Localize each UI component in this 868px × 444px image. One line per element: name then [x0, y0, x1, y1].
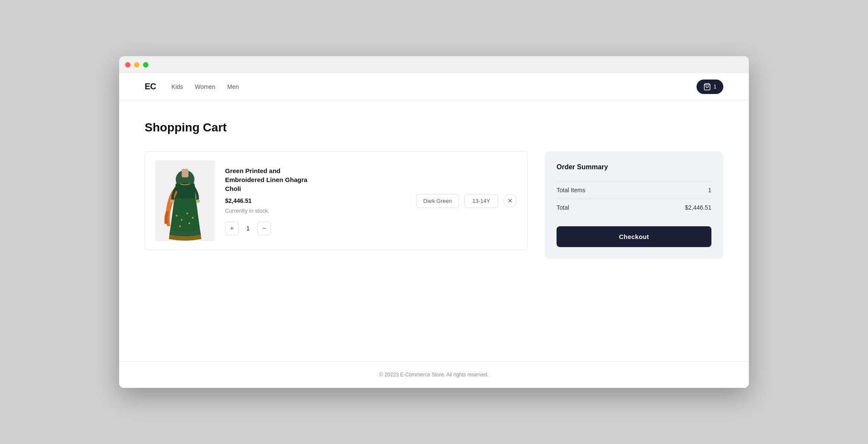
cart-button[interactable]: 1 [697, 80, 723, 94]
total-value: $2,446.51 [685, 204, 711, 211]
cart-count: 1 [714, 83, 717, 90]
nav-link-men[interactable]: Men [227, 83, 239, 90]
checkout-button[interactable]: Checkout [557, 226, 711, 247]
page-title: Shopping Cart [145, 121, 723, 134]
nav-links: Kids Women Men [171, 83, 239, 90]
svg-point-6 [186, 213, 188, 214]
total-items-label: Total Items [557, 187, 585, 194]
navbar: EC Kids Women Men 1 [119, 73, 749, 100]
nav-link-women[interactable]: Women [195, 83, 215, 90]
close-button[interactable] [125, 62, 131, 68]
item-price: $2,446.51 [225, 197, 406, 204]
product-image [155, 160, 215, 241]
cart-item: Green Printed and Embroidered Linen Ghag… [145, 151, 528, 250]
remove-item-button[interactable]: ✕ [503, 194, 517, 208]
site-logo[interactable]: EC [145, 82, 156, 91]
svg-point-7 [192, 217, 194, 219]
main-content: Shopping Cart [119, 100, 749, 361]
total-row: Total $2,446.51 [557, 199, 711, 216]
svg-point-4 [176, 215, 177, 216]
quantity-increase-button[interactable]: + [225, 222, 239, 235]
svg-point-10 [170, 199, 174, 203]
total-items-value: 1 [708, 187, 711, 194]
item-details: Green Printed and Embroidered Linen Ghag… [225, 166, 406, 235]
total-items-row: Total Items 1 [557, 181, 711, 199]
footer-text: © 20223 E-Commerce Store. All rights res… [380, 372, 489, 378]
item-stock-status: Currenlty in stock. [225, 208, 406, 214]
title-bar [119, 56, 749, 73]
size-variant: 13-14Y [464, 194, 498, 208]
cart-items-list: Green Printed and Embroidered Linen Ghag… [145, 151, 528, 250]
browser-window: EC Kids Women Men 1 Shopping Cart [119, 56, 749, 388]
cart-layout: Green Printed and Embroidered Linen Ghag… [145, 151, 723, 259]
order-summary-title: Order Summary [557, 163, 711, 171]
total-label: Total [557, 204, 569, 211]
item-variant-group: Dark Green 13-14Y ✕ [416, 194, 517, 208]
svg-point-9 [188, 222, 190, 224]
nav-left: EC Kids Women Men [145, 82, 239, 91]
quantity-control: + 1 − [225, 222, 406, 235]
nav-link-kids[interactable]: Kids [171, 83, 183, 90]
svg-rect-3 [182, 169, 188, 177]
maximize-button[interactable] [143, 62, 148, 68]
product-image-wrapper [155, 160, 215, 241]
cart-icon [703, 83, 711, 91]
browser-content: EC Kids Women Men 1 Shopping Cart [119, 73, 749, 388]
footer: © 20223 E-Commerce Store. All rights res… [119, 361, 749, 388]
item-name: Green Printed and Embroidered Linen Ghag… [225, 166, 319, 193]
color-variant: Dark Green [416, 194, 459, 208]
order-summary: Order Summary Total Items 1 Total $2,446… [545, 151, 723, 259]
minimize-button[interactable] [134, 62, 140, 68]
svg-point-5 [181, 219, 183, 221]
quantity-decrease-button[interactable]: − [257, 222, 271, 235]
svg-point-11 [196, 199, 200, 203]
quantity-value: 1 [244, 225, 252, 232]
svg-point-8 [179, 225, 181, 227]
